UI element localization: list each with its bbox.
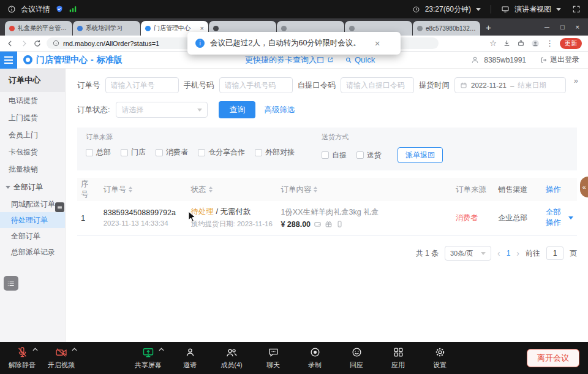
back-icon[interactable] [6,39,15,48]
table-row[interactable]: 1 8385934508899792a 2023-11-13 14:33:34 … [77,201,577,236]
external-link-icon [327,56,334,63]
sidebar-item-all-orders[interactable]: 全部订单 [0,228,65,244]
search-button[interactable]: 查询 [219,101,255,118]
username-label[interactable]: 8385wb1991 [484,56,526,64]
browser-update-button[interactable]: 更新 [560,38,582,49]
members-button[interactable]: 成员(4) [214,346,249,370]
refresh-icon[interactable] [33,39,42,48]
close-button[interactable]: × [576,23,579,31]
coupon-entry-link[interactable]: 更快捷的券卡查询入口 [245,55,334,66]
security-shield-icon[interactable] [55,5,64,13]
mic-muted-icon [17,346,28,359]
bookmark-star-icon[interactable]: ☆ [489,39,497,48]
sidebar-item-card-pickup[interactable]: 卡包提货 [0,143,65,161]
page-size-select[interactable]: 30条/页 [445,246,491,261]
network-signal-icon[interactable] [69,5,77,13]
header-order-no[interactable]: 订单号 [100,185,187,195]
chevron-down-icon [6,186,10,189]
panel-collapse-handle[interactable]: « [580,177,588,197]
unmute-button[interactable]: 解除静音 [5,346,39,370]
quick-search-link[interactable]: Quick [345,55,375,64]
order-status-select[interactable]: 请选择 [116,102,208,118]
sidebar-item-batch-verify[interactable]: 批量核销 [0,161,65,178]
checkbox-external[interactable]: 外部对接 [255,147,295,158]
browser-menu-icon[interactable]: ⋮ [546,39,554,48]
reaction-button[interactable]: 回应 [339,346,374,370]
prev-page-button[interactable]: ‹ [497,248,500,258]
checkbox-hq[interactable]: 总部 [86,147,111,158]
extensions-icon[interactable] [517,39,525,47]
checkbox-store[interactable]: 门店 [121,147,146,158]
row-actions-dropdown[interactable]: 全部操作 [542,207,577,228]
maximize-button[interactable]: □ [560,23,565,31]
advanced-filter-link[interactable]: 高级筛选 [264,105,295,115]
phone-input[interactable] [219,77,293,93]
browser-tab[interactable]: 礼盒菜的平台管理中心 [5,21,72,36]
share-options-caret-icon[interactable] [159,348,164,351]
floating-toolbar-icon[interactable] [4,276,18,291]
header-status[interactable]: 状态 [187,185,277,195]
order-no-input[interactable] [105,77,179,93]
next-page-button[interactable]: › [516,248,519,258]
cell-status: 待处理 / 无需付款 预约提货日期: 2023-11-16 [187,207,277,229]
drag-handle-icon[interactable] [55,202,64,212]
sidebar-item-hq-dispatch-records[interactable]: 总部派单记录 [0,244,65,260]
checkbox-consumer[interactable]: 消费者 [156,147,188,158]
mic-options-caret-icon[interactable] [32,348,38,351]
minimize-button[interactable]: ─ [545,23,549,31]
apps-button[interactable]: 应用 [381,346,415,370]
fullscreen-icon[interactable] [572,5,581,13]
browser-tab[interactable]: e8c573980b1328a258fd2e6 [413,21,480,36]
invite-icon [184,346,196,359]
return-dispatch-button[interactable]: 派单退回 [398,147,443,163]
forward-icon[interactable] [20,39,28,48]
screen-share-icon [142,346,154,359]
search-icon [345,56,352,64]
checkbox-share-coop[interactable]: 仓分享合作 [198,147,245,158]
settings-button[interactable]: 设置 [423,346,457,370]
checkbox-icon [356,151,364,159]
view-caret-icon[interactable] [556,8,561,11]
sidebar-group-all-orders[interactable]: 全部订单 [0,178,65,196]
sidebar-item-pending-orders[interactable]: 待处理订单 [0,212,65,228]
sidebar-item-member-visit[interactable]: 会员上门 [0,126,65,143]
tab-close-icon[interactable]: × [200,25,204,32]
meeting-timer[interactable]: 23:27(60分钟) [425,4,471,15]
current-page[interactable]: 1 [507,249,511,258]
sidebar-item-door-pickup[interactable]: 上门提货 [0,109,65,126]
timer-caret-icon[interactable] [476,8,481,11]
leave-meeting-button[interactable]: 离开会议 [527,349,579,367]
logout-button[interactable]: 退出登录 [540,55,579,65]
collapse-filters-icon[interactable]: » [574,76,578,85]
new-tab-button[interactable]: + [486,23,491,32]
header-action: 操作 [542,185,577,195]
info-icon[interactable] [7,5,16,13]
start-video-button[interactable]: 开启视频 [44,346,78,370]
share-screen-button[interactable]: 共享屏幕 [131,346,165,370]
gift-icon [325,220,333,228]
header-content[interactable]: 订单内容 [277,185,452,195]
checkbox-delivery[interactable]: 送货 [356,150,382,161]
table-header-row: 序号 订单号 状态 订单内容 订单来源 销售渠道 操作 [77,178,577,201]
site-info-icon[interactable] [53,40,59,47]
record-button[interactable]: 录制 [298,346,332,370]
view-mode-label[interactable]: 演讲者视图 [514,4,551,15]
chat-button[interactable]: 聊天 [256,346,290,370]
toast-close-icon[interactable]: × [375,38,380,48]
profile-avatar-icon[interactable] [531,39,540,48]
meeting-toast: i 会议已超过2人，自动转为60分钟限时会议。 × [187,32,401,55]
menu-toggle-button[interactable] [0,52,17,69]
record-icon [309,346,321,359]
goto-page-input[interactable] [546,246,564,260]
checkbox-self-pickup[interactable]: 自提 [322,150,347,161]
download-icon[interactable] [503,39,511,47]
pickup-date-range[interactable]: 2022-11-21 – 结束日期 [454,77,566,93]
window-controls: ─ □ × [536,23,588,31]
sidebar-item-phone-pickup[interactable]: 电话提货 [0,92,65,109]
video-options-caret-icon[interactable] [72,348,77,351]
browser-tab[interactable]: 系统培训学习 [73,21,140,36]
pickup-code-input[interactable] [341,77,414,93]
meeting-details-label[interactable]: 会议详情 [21,4,50,15]
invite-button[interactable]: 邀请 [173,346,207,370]
info-icon: i [195,39,205,48]
